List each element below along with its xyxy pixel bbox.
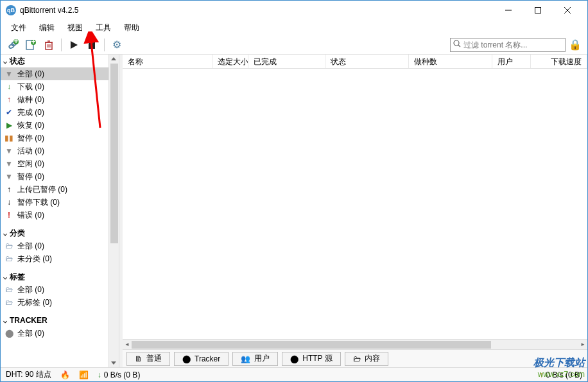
download-icon: ↓ <box>98 370 101 379</box>
chevron-down-icon: ⌵ <box>3 273 7 281</box>
fire-icon: 🔥 <box>60 370 70 379</box>
resume-button[interactable] <box>65 37 82 53</box>
col-status[interactable]: 状态 <box>325 55 409 68</box>
tab-peers[interactable]: 👥用户 <box>232 352 278 366</box>
tag-untagged[interactable]: 🗁无标签 (0) <box>1 296 108 309</box>
pause-icon: ▮▮ <box>4 134 13 143</box>
filter-paused-up[interactable]: ↑上传已暂停 (0) <box>1 183 108 196</box>
download-icon: ↓ <box>4 82 13 91</box>
filter-paused-dl[interactable]: ↓暂停下载 (0) <box>1 196 108 209</box>
funnel-icon: ▼ <box>4 159 13 168</box>
filter-all[interactable]: ▼全部 (0) <box>1 67 108 80</box>
filter-label: 全部 (0) <box>17 284 44 295</box>
col-size[interactable]: 选定大小 <box>212 55 248 68</box>
tab-label: 普通 <box>146 353 162 364</box>
status-dl-label: 0 B/s (0 B) <box>104 370 141 379</box>
horizontal-scrollbar[interactable] <box>123 339 587 349</box>
tab-general[interactable]: 🗎普通 <box>126 352 170 366</box>
menu-help[interactable]: 帮助 <box>117 21 146 35</box>
filter-errored[interactable]: !错误 (0) <box>1 209 108 221</box>
pause-button[interactable] <box>83 37 100 53</box>
torrent-list <box>123 69 587 339</box>
svg-rect-1 <box>535 8 541 13</box>
col-done[interactable]: 已完成 <box>248 55 325 68</box>
svg-text:+: + <box>13 39 18 46</box>
menu-view[interactable]: 视图 <box>61 21 89 35</box>
search-icon <box>453 40 461 49</box>
add-torrent-button[interactable]: + <box>22 37 39 53</box>
col-peers[interactable]: 用户 <box>492 55 531 68</box>
filter-label: 暂停 (0) <box>17 133 44 144</box>
menu-tools[interactable]: 工具 <box>89 21 117 35</box>
filter-stalled[interactable]: ▼暂停 (0) <box>1 170 108 183</box>
tab-tracker[interactable]: ⬤Tracker <box>174 352 229 366</box>
search-box[interactable] <box>450 38 566 52</box>
filter-completed[interactable]: ✔完成 (0) <box>1 106 108 119</box>
category-uncat[interactable]: 🗁未分类 (0) <box>1 252 108 265</box>
filter-paused[interactable]: ▮▮暂停 (0) <box>1 132 108 144</box>
filter-downloading[interactable]: ↓下载 (0) <box>1 80 108 93</box>
filter-label: 上传已暂停 (0) <box>17 184 67 195</box>
section-tracker-label: TRACKER <box>10 316 48 325</box>
section-tag[interactable]: ⌵标签 <box>1 270 108 283</box>
status-speed-limit[interactable]: 📶 <box>79 370 89 379</box>
document-icon: 🗎 <box>135 354 143 363</box>
col-dlspeed[interactable]: 下载速度 <box>531 55 587 68</box>
status-ul-label: 0 B/s (0 B) <box>546 370 582 379</box>
section-status[interactable]: ⌵状态 <box>1 55 108 67</box>
col-name[interactable]: 名称 <box>123 55 212 68</box>
filter-label: 全部 (0) <box>17 69 44 80</box>
sidebar-scrollbar[interactable] <box>108 55 119 367</box>
funnel-icon: ▼ <box>4 69 13 78</box>
close-button[interactable] <box>553 1 582 20</box>
lock-icon: 🔒 <box>569 39 582 51</box>
menu-edit[interactable]: 编辑 <box>33 21 61 35</box>
filter-label: 全部 (0) <box>17 328 44 339</box>
minimize-button[interactable] <box>494 1 523 20</box>
funnel-icon: ▼ <box>4 146 13 155</box>
section-tag-label: 标签 <box>10 272 25 282</box>
filter-seeding[interactable]: ↑做种 (0) <box>1 93 108 106</box>
section-status-label: 状态 <box>10 56 25 67</box>
svg-text:+: + <box>31 39 35 46</box>
status-dht-label: DHT: 90 结点 <box>6 369 51 380</box>
tab-content[interactable]: 🗁内容 <box>345 352 388 366</box>
status-download[interactable]: ↓0 B/s (0 B) <box>98 370 141 379</box>
filter-inactive[interactable]: ▼空闲 (0) <box>1 157 108 170</box>
lock-button[interactable]: 🔒 <box>567 37 584 53</box>
menubar: 文件 编辑 视图 工具 帮助 <box>1 20 587 35</box>
status-dht[interactable]: DHT: 90 结点 <box>6 369 51 380</box>
filter-label: 做种 (0) <box>17 94 44 105</box>
category-all[interactable]: 🗁全部 (0) <box>1 239 108 252</box>
statusbar: DHT: 90 结点 🔥 📶 ↓0 B/s (0 B) ↑0 B/s (0 B) <box>1 367 587 381</box>
menu-file[interactable]: 文件 <box>4 21 33 35</box>
section-category-label: 分类 <box>10 228 25 239</box>
status-upload[interactable]: ↑0 B/s (0 B) <box>539 370 582 379</box>
upload-icon: ↑ <box>4 95 13 104</box>
folder-icon: 🗁 <box>4 285 13 294</box>
filter-resumed[interactable]: ▶恢复 (0) <box>1 119 108 132</box>
section-category[interactable]: ⌵分类 <box>1 227 108 239</box>
tag-all[interactable]: 🗁全部 (0) <box>1 283 108 296</box>
chevron-down-icon: ⌵ <box>3 58 7 65</box>
search-input[interactable] <box>463 40 562 49</box>
filter-label: 无标签 (0) <box>17 297 52 308</box>
status-fire[interactable]: 🔥 <box>60 370 70 379</box>
chevron-down-icon: ⌵ <box>3 317 7 324</box>
tab-label: 内容 <box>365 353 380 364</box>
globe-icon: ⬤ <box>290 354 298 363</box>
tracker-all[interactable]: ⬤全部 (0) <box>1 327 108 340</box>
tab-http[interactable]: ⬤HTTP 源 <box>282 352 340 366</box>
filter-label: 未分类 (0) <box>17 254 52 265</box>
col-seeds[interactable]: 做种数 <box>409 55 492 68</box>
maximize-button[interactable] <box>523 1 553 20</box>
filter-active[interactable]: ▼活动 (0) <box>1 144 108 157</box>
funnel-icon: ▼ <box>4 172 13 181</box>
folder-icon: 🗁 <box>353 354 361 363</box>
svg-rect-17 <box>89 41 91 49</box>
filter-label: 完成 (0) <box>17 107 44 118</box>
settings-button[interactable]: ⚙ <box>108 37 125 53</box>
section-tracker[interactable]: ⌵TRACKER <box>1 314 108 327</box>
delete-button[interactable] <box>40 37 57 53</box>
add-link-button[interactable]: + <box>4 37 21 53</box>
